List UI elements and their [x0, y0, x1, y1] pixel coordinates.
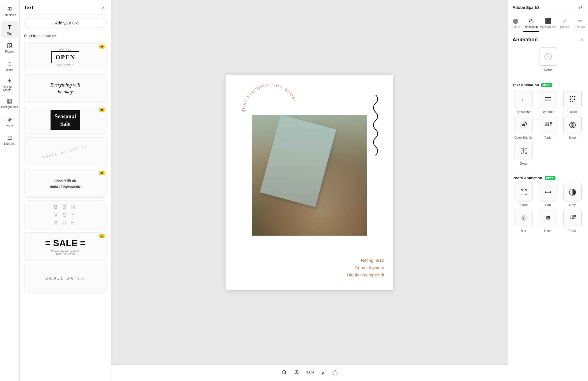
anim-option-fade[interactable]: Fade: [537, 116, 559, 139]
resize-tab-icon: ⤢: [562, 18, 567, 24]
zoom-out-button[interactable]: [279, 369, 289, 378]
svg-rect-20: [574, 99, 575, 100]
sidebar-item-libraries[interactable]: ⊟ Libraries: [1, 131, 18, 148]
svg-point-44: [547, 218, 550, 220]
tab-design[interactable]: ✏ Design: [572, 15, 588, 32]
animation-tab-label: Animation: [525, 25, 537, 28]
template-card-everything[interactable]: Everything willbe okay: [24, 74, 107, 103]
add-text-button[interactable]: + Add your text: [24, 18, 107, 28]
template-card-force[interactable]: FORCE OF NATURE: [24, 137, 107, 166]
zoom-in-button[interactable]: [292, 369, 302, 378]
icons-icon: ☺: [7, 61, 12, 67]
anim-option-slide[interactable]: Slide: [561, 116, 583, 139]
color-shuffle-box: [514, 116, 533, 134]
info-button[interactable]: ⓘ: [330, 368, 340, 378]
sidebar-item-photos[interactable]: 🖼 Photos: [1, 39, 18, 56]
text-animation-section-title: Text Animation BETA: [512, 83, 583, 87]
canvas[interactable]: JUST FINISHED THIS BOOK! Rating: 8/10 Ge…: [226, 75, 393, 290]
anim-option-color[interactable]: Color: [537, 209, 559, 232]
design-tab-label: Design: [576, 25, 585, 28]
svg-rect-29: [545, 124, 547, 126]
zoom-expand-button[interactable]: ∧: [319, 369, 327, 377]
sidebar-item-icons[interactable]: ☺ Icons: [1, 57, 18, 75]
template-card-sale[interactable]: ★ = SALE = 50% off any one item withcode…: [24, 232, 107, 261]
template-card-natural[interactable]: ★ made with allnatural ingredients: [24, 169, 107, 198]
anim-option-blur[interactable]: Blur: [512, 209, 535, 232]
svg-rect-47: [574, 215, 576, 217]
svg-text:I: I: [521, 97, 523, 102]
anim-option-flicker[interactable]: Flicker: [561, 90, 583, 113]
color-label: Color: [544, 229, 552, 232]
template-natural-text: made with allnatural ingredients: [50, 177, 81, 189]
text-icon: T: [8, 24, 11, 31]
tab-resize[interactable]: ⤢ Resize: [557, 15, 572, 32]
dynamic-label: Dynamic: [542, 110, 554, 113]
template-open-text: OPEN: [51, 51, 79, 63]
text-panel-title: Text: [24, 5, 33, 10]
anim-option-color-shuffle[interactable]: Color Shuffle: [512, 116, 535, 139]
photos-icon: 🖼: [7, 42, 13, 49]
svg-rect-30: [548, 124, 549, 126]
svg-point-25: [522, 124, 525, 126]
text-panel-header: Text ×: [20, 0, 111, 15]
canvas-main-image: [252, 115, 367, 236]
squiggle-svg: [370, 95, 381, 158]
svg-line-3: [285, 373, 286, 374]
anim-option-fade-photo[interactable]: Fade: [561, 209, 583, 232]
fade-photo-label: Fade: [569, 229, 576, 232]
sidebar-item-label: Backgrounds: [1, 105, 18, 109]
blur-label: Blur: [521, 229, 527, 232]
grey-box: [563, 183, 582, 201]
template-bon-text: B O NV O YA G E: [54, 203, 77, 227]
svg-rect-48: [570, 218, 571, 219]
template-smallbatch-text: SMALL BATCH: [45, 276, 86, 280]
svg-rect-15: [570, 96, 571, 97]
squiggle-decoration: [370, 95, 381, 158]
anim-option-typewriter[interactable]: I Typewriter: [512, 90, 535, 113]
text-panel-close-button[interactable]: ×: [100, 5, 107, 11]
slide-box: [563, 116, 582, 134]
none-option[interactable]: None: [512, 47, 583, 72]
sidebar-item-label: Text: [7, 32, 12, 35]
zoom-label: Zoom: [519, 203, 527, 207]
premium-badge: ★: [99, 45, 105, 49]
switch-icon-button[interactable]: ⇄: [577, 3, 583, 11]
svg-point-41: [523, 218, 524, 219]
tab-colors[interactable]: ⬤ Colors: [508, 15, 523, 32]
anim-option-zoom[interactable]: Zoom: [512, 183, 535, 207]
sidebar-item-design-assets[interactable]: ✦ Design Assets: [1, 76, 18, 93]
canvas-toolbar: 75% ∧ ⓘ: [111, 365, 508, 381]
anim-option-grey[interactable]: Grey: [561, 183, 583, 207]
background-tab-label: Background: [540, 25, 556, 28]
sidebar-item-logos[interactable]: ◈ Logos: [1, 113, 18, 130]
photo-animation-beta-badge: BETA: [545, 176, 556, 180]
zoom-box: [514, 183, 533, 201]
flicker-box: [563, 90, 582, 108]
sidebar-item-templates[interactable]: ⊞ Templates: [1, 2, 18, 20]
sidebar-item-backgrounds[interactable]: ▦ Backgrounds: [1, 94, 18, 111]
background-tab-icon: ⬛: [545, 18, 551, 24]
svg-point-34: [572, 124, 573, 126]
right-header-icons: ⇄: [577, 3, 583, 11]
design-tab-icon: ✏: [578, 18, 582, 24]
template-card-open[interactable]: ★ We Are OPEN Hours • Info: [24, 43, 107, 71]
anim-option-grow[interactable]: Grow: [512, 142, 535, 165]
svg-rect-22: [572, 101, 573, 102]
svg-rect-16: [572, 96, 573, 97]
template-card-smallbatch[interactable]: SMALL BATCH: [24, 264, 107, 293]
tab-animation[interactable]: ◎ Animation: [523, 15, 539, 32]
tab-background[interactable]: ⬛ Background: [539, 15, 557, 32]
sidebar-item-label: Icons: [6, 68, 13, 72]
svg-rect-27: [548, 122, 549, 124]
animation-tab-icon: ◎: [529, 18, 534, 24]
divider-1: [512, 78, 583, 78]
animation-header: Animation ×: [512, 37, 583, 43]
anim-option-pan[interactable]: Pan: [537, 183, 559, 207]
sidebar-item-text[interactable]: T Text: [1, 21, 18, 38]
svg-rect-23: [574, 101, 575, 102]
template-card-bon[interactable]: B O NV O YA G E: [24, 201, 107, 229]
anim-option-dynamic[interactable]: Dynamic: [537, 90, 559, 113]
template-card-seasonal[interactable]: ★ SeasonalSale: [24, 106, 107, 134]
pan-box: [539, 183, 557, 201]
animation-close-button[interactable]: ×: [580, 37, 583, 43]
